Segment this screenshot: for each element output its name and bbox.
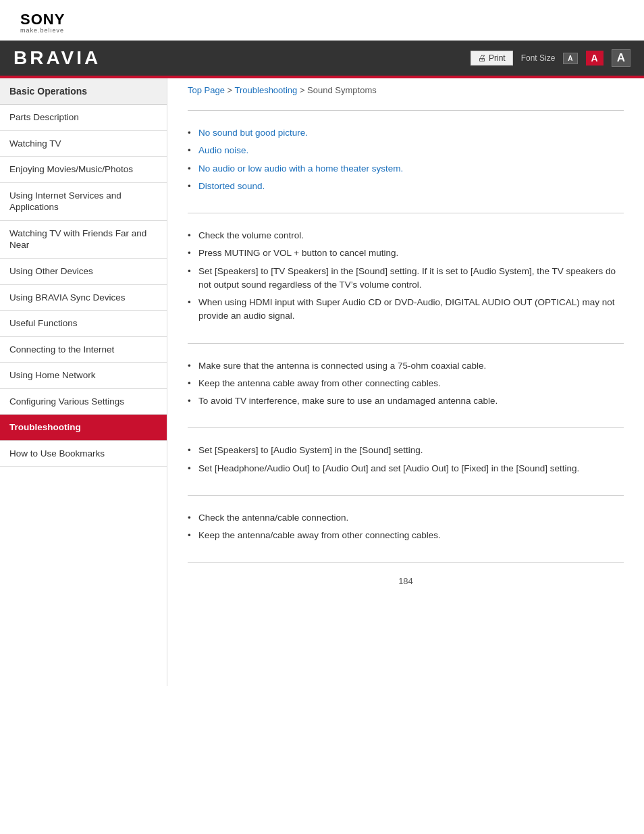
divider-3 <box>188 495 624 496</box>
divider-0 <box>188 110 624 111</box>
divider-1 <box>188 343 624 344</box>
bullet-item: Set [Headphone/Audio Out] to [Audio Out]… <box>188 460 624 477</box>
print-label: Print <box>489 53 506 63</box>
sony-logo: SONY <box>20 12 624 27</box>
breadcrumb-top-page[interactable]: Top Page <box>188 85 225 95</box>
bullet-item: Keep the antenna cable away from other c… <box>188 375 624 392</box>
sidebar-item-watching-tv-friends[interactable]: Watching TV with Friends Far and Near <box>0 221 167 259</box>
section-section4: Set [Speakers] to [Audio System] in the … <box>188 438 624 486</box>
section-section5: Check the antenna/cable connection.Keep … <box>188 505 624 553</box>
bullet-list-section4: Set [Speakers] to [Audio System] in the … <box>188 438 624 486</box>
divider-0 <box>188 213 624 213</box>
print-icon: 🖨 <box>478 53 486 63</box>
sidebar-item-parts-description[interactable]: Parts Description <box>0 105 167 131</box>
sidebar-item-internet-services[interactable]: Using Internet Services and Applications <box>0 183 167 221</box>
bullet-item: Keep the antenna/cable away from other c… <box>188 527 624 544</box>
breadcrumb-sep1: > <box>225 85 235 95</box>
sidebar-item-how-to-use[interactable]: How to Use Bookmarks <box>0 441 167 467</box>
section-section1: No sound but good picture.Audio noise.No… <box>188 120 624 203</box>
sidebar-item-configuring-settings[interactable]: Configuring Various Settings <box>0 389 167 415</box>
sidebar-item-other-devices[interactable]: Using Other Devices <box>0 259 167 285</box>
bravia-header: BRAVIA 🖨 Print Font Size A A A <box>0 41 644 76</box>
font-size-label: Font Size <box>521 53 556 63</box>
bullet-item: Check the volume control. <box>188 227 624 244</box>
bullet-item: No sound but good picture. <box>188 124 624 142</box>
bullet-item: Distorted sound. <box>188 178 624 195</box>
divider-4 <box>188 562 624 563</box>
main-layout: Basic OperationsParts DescriptionWatchin… <box>0 78 644 686</box>
bullet-item: Audio noise. <box>188 142 624 159</box>
bullet-item: Make sure that the antenna is connected … <box>188 357 624 375</box>
sidebar-item-troubleshooting[interactable]: Troubleshooting <box>0 415 167 441</box>
sidebar-item-connecting-internet[interactable]: Connecting to the Internet <box>0 337 167 363</box>
sidebar-item-enjoying-movies[interactable]: Enjoying Movies/Music/Photos <box>0 157 167 183</box>
bullet-link[interactable]: Audio noise. <box>198 145 248 155</box>
bullet-link[interactable]: Distorted sound. <box>198 181 265 191</box>
font-small-button[interactable]: A <box>563 53 577 64</box>
bullet-item: To avoid TV interference, make sure to u… <box>188 392 624 410</box>
breadcrumb-sep2: > <box>297 85 307 95</box>
section-section2: Check the volume control.Press MUTING or… <box>188 223 624 334</box>
sidebar-item-bravia-sync[interactable]: Using BRAVIA Sync Devices <box>0 285 167 311</box>
sidebar-item-home-network[interactable]: Using Home Network <box>0 363 167 389</box>
sidebar-item-basic-operations: Basic Operations <box>0 78 167 105</box>
bullet-item: When using HDMI input with Super Audio C… <box>188 294 624 325</box>
bullet-link[interactable]: No sound but good picture. <box>198 128 308 138</box>
bullet-list-section5: Check the antenna/cable connection.Keep … <box>188 505 624 553</box>
bravia-title: BRAVIA <box>14 47 101 69</box>
sidebar-item-useful-functions[interactable]: Useful Functions <box>0 311 167 337</box>
bullet-list-section1: No sound but good picture.Audio noise.No… <box>188 120 624 203</box>
bullet-item: Set [Speakers] to [TV Speakers] in the [… <box>188 263 624 294</box>
bullet-item: Press MUTING or VOL + button to cancel m… <box>188 244 624 262</box>
sony-tagline: make.believe <box>20 27 624 34</box>
page-number: 184 <box>188 576 624 586</box>
breadcrumb: Top Page > Troubleshooting > Sound Sympt… <box>188 78 624 101</box>
print-button[interactable]: 🖨 Print <box>471 51 513 66</box>
bullet-link[interactable]: No audio or low audio with a home theate… <box>198 163 403 174</box>
bullet-item: No audio or low audio with a home theate… <box>188 160 624 178</box>
logo-area: SONY make.believe <box>0 0 644 41</box>
divider-2 <box>188 427 624 428</box>
bullet-list-section2: Check the volume control.Press MUTING or… <box>188 223 624 334</box>
header-controls: 🖨 Print Font Size A A A <box>471 49 630 67</box>
sidebar-item-watching-tv[interactable]: Watching TV <box>0 131 167 157</box>
bullet-list-section3: Make sure that the antenna is connected … <box>188 353 624 419</box>
sidebar: Basic OperationsParts DescriptionWatchin… <box>0 78 167 686</box>
breadcrumb-current: Sound Symptoms <box>307 85 377 95</box>
breadcrumb-troubleshooting[interactable]: Troubleshooting <box>235 85 298 95</box>
section-section3: Make sure that the antenna is connected … <box>188 353 624 419</box>
bullet-item: Set [Speakers] to [Audio System] in the … <box>188 442 624 459</box>
content-sections: No sound but good picture.Audio noise.No… <box>188 120 624 563</box>
font-large-button[interactable]: A <box>612 49 630 67</box>
font-medium-button[interactable]: A <box>586 51 603 66</box>
bullet-item: Check the antenna/cable connection. <box>188 509 624 527</box>
content-area: Top Page > Troubleshooting > Sound Sympt… <box>167 78 644 686</box>
